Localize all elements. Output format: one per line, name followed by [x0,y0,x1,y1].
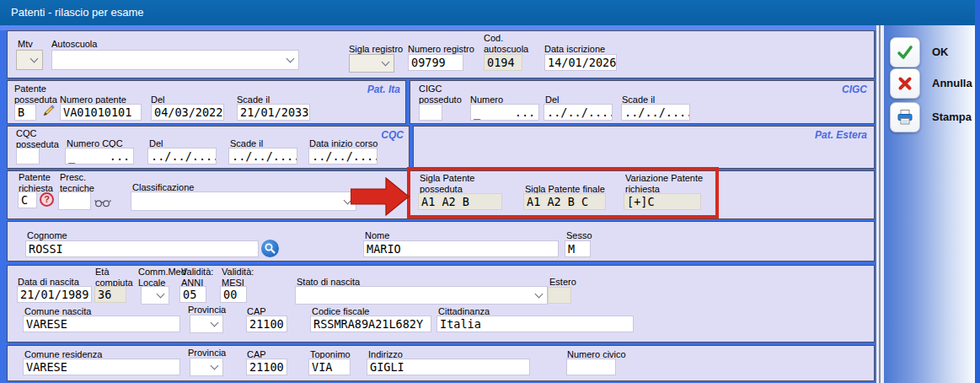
panel-patente-italiana: Pat. Ita Patente posseduta B Numero pate… [7,80,406,124]
patente-scade-field[interactable]: 21/01/2033 [237,104,310,121]
presc-tecniche-field[interactable] [58,192,91,210]
section-tag-cqc: CQC [381,129,404,141]
mtv-label: Mtv [18,39,33,50]
help-icon[interactable]: ? [40,192,54,207]
chevron-down-icon [287,55,295,63]
highlight-arrow-icon [351,177,410,219]
window-border-right [975,0,980,383]
autoscuola-label: Autoscuola [51,39,97,50]
stampa-button-label: Stampa [932,111,972,123]
comm-med-dropdown[interactable] [141,286,169,305]
panel-cigc: CIGC CIGC posseduto Numero _ ... Del ../… [410,80,875,124]
stampa-button[interactable]: Stampa [890,102,971,132]
panel-anagrafica: Cognome ROSSI Nome MARIO Sesso M [7,221,875,262]
numero-registro-field[interactable]: 09799 [408,54,463,71]
cap-nascita-field[interactable]: 21100 [246,316,287,332]
cittadinanza-field[interactable]: Italia [436,316,634,332]
chevron-down-icon [382,58,390,67]
data-iscrizione-field[interactable]: 14/01/2026 [544,54,617,71]
panel-registro: Mtv N Autoscuola 1. Aut. Voldomino - VAR… [7,30,875,78]
cigc-posseduto-field[interactable] [419,104,442,121]
provincia-nascita-dropdown[interactable]: VA [190,315,223,333]
panel-nascita: Data di nascita 21/01/1989 Età compiuta … [7,265,875,343]
cap-residenza-field[interactable]: 21100 [246,359,287,375]
chevron-down-icon [211,319,219,327]
section-tag-cigc: CIGC [842,84,867,95]
glasses-icon[interactable] [94,196,111,211]
validita-mesi-field[interactable]: 00 [220,286,247,303]
window-title: Patenti - rilascio per esame [11,6,144,19]
patente-del-field[interactable]: 04/03/2022 [151,104,224,121]
cod-autoscuola-field: 0194 [484,54,522,71]
cigc-scade-field[interactable]: ../../.... [621,104,690,121]
ok-button-label: OK [932,46,949,58]
annulla-button[interactable]: Annulla [890,68,971,99]
annulla-button-label: Annulla [932,77,972,89]
provincia-residenza-dropdown[interactable]: VA [190,358,223,376]
cigc-posseduto-label: CIGC posseduto [419,84,471,105]
cqc-inizio-corso-field[interactable]: ../../.... [308,148,378,165]
printer-icon [890,102,920,132]
indirizzo-field[interactable]: GIGLI [367,359,530,375]
sigla-registro-dropdown[interactable]: A98 [349,54,394,73]
data-nascita-field[interactable]: 21/01/1989 [17,286,92,303]
comune-nascita-field[interactable]: VARESE [23,316,180,332]
chevron-down-icon [211,362,219,370]
patente-richiesta-field[interactable]: C [18,192,37,208]
search-icon[interactable] [261,240,279,257]
toponimo-field[interactable]: VIA [308,359,351,375]
stato-nascita-dropdown[interactable]: Italia [295,286,548,305]
cognome-field[interactable]: ROSSI [25,240,259,257]
cqc-posseduta-field[interactable] [16,148,40,165]
validita-anni-field[interactable]: 05 [179,286,206,303]
x-icon [890,68,920,99]
estero-field [548,287,571,304]
panel-residenza: Comune residenza VARESE Provincia VA CAP… [7,345,875,381]
codice-fiscale-field[interactable]: RSSMRA89A21L682Y [310,316,431,332]
sesso-field[interactable]: M [565,240,591,257]
sidebar: OK Annulla Stampa [884,25,975,383]
panel-patente-estera: Pat. Estera [413,126,875,169]
mtv-dropdown[interactable]: N [16,50,43,70]
panel-divider [876,25,884,383]
cigc-del-field[interactable]: ../../.... [544,104,613,121]
chevron-down-icon [157,290,165,299]
comune-residenza-field[interactable]: VARESE [23,359,180,375]
chevron-down-icon [535,290,544,299]
panel-cqc: CQC CQC posseduta Numero CQC _ ... Del .… [7,126,410,169]
classificazione-dropdown[interactable]: Categoria C [131,192,356,211]
check-icon [890,37,920,67]
section-tag-pat-estera: Pat. Estera [815,129,867,141]
edit-pencil-icon[interactable] [41,104,56,121]
cod-autoscuola-label: Cod. autoscuola [484,33,533,55]
eta-compiuta-field: 36 [94,286,126,303]
patente-posseduta-field[interactable]: B [14,104,36,121]
patente-posseduta-label: Patente posseduta [14,84,63,105]
ok-button[interactable]: OK [890,37,971,67]
nome-field[interactable]: MARIO [363,240,559,257]
section-tag-pat-ita: Pat. Ita [367,84,400,95]
cqc-scade-field[interactable]: ../../.... [228,148,297,165]
chevron-down-icon [30,55,39,63]
highlight-rectangle [407,167,719,218]
cqc-numero-field[interactable]: _ ... [65,148,134,165]
numero-civico-field[interactable] [566,359,616,375]
cqc-del-field[interactable]: ../../.... [147,148,217,165]
cigc-numero-field[interactable]: _ ... [470,104,539,121]
window-titlebar: Patenti - rilascio per esame [0,0,980,25]
autoscuola-dropdown[interactable]: 1. Aut. Voldomino - VARESE (VA) [51,50,299,70]
numero-patente-field[interactable]: VA01010101 [60,104,142,121]
